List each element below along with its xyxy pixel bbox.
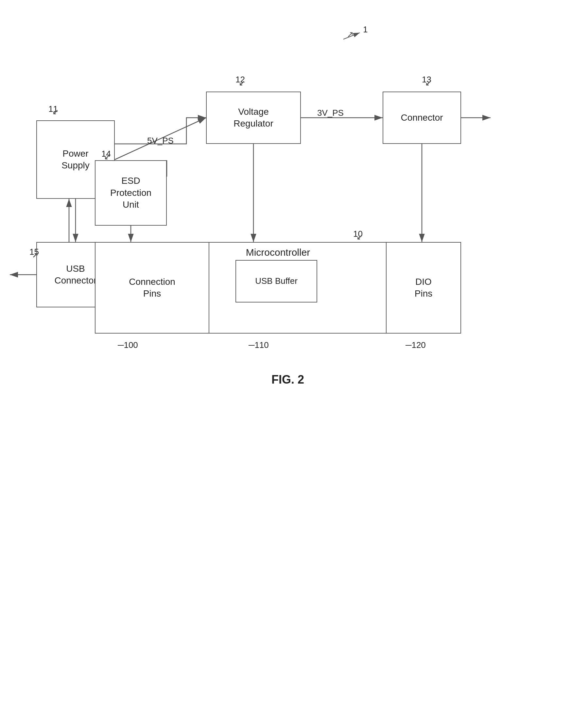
dio-pins-block: DIOPins (386, 242, 461, 334)
ref-110: ─110 (248, 340, 269, 350)
microcontroller-label: Microcontroller (246, 246, 310, 259)
figure-caption: FIG. 2 (255, 373, 320, 387)
usb-connector-label: USBConnector (54, 263, 96, 287)
ref-100: ─100 (118, 340, 138, 350)
ref-1: 1 (363, 25, 367, 35)
connector-label: Connector (401, 112, 443, 124)
esd-block: ESDProtectionUnit (95, 160, 167, 226)
esd-label: ESDProtectionUnit (110, 175, 151, 210)
connector-block: Connector (383, 91, 461, 144)
label-3vps: 3V_PS (317, 108, 344, 118)
voltage-regulator-block: VoltageRegulator (206, 91, 301, 144)
dio-pins-label: DIOPins (415, 276, 432, 300)
voltage-regulator-label: VoltageRegulator (234, 106, 273, 130)
diagram-container: 1 ↗ PowerSupply 11 ↙ VoltageRegulator 12… (0, 0, 588, 706)
label-5vps: 5V_PS (147, 136, 174, 146)
power-supply-label: PowerSupply (62, 148, 90, 172)
connection-pins-block: ConnectionPins (95, 242, 209, 334)
connection-pins-label: ConnectionPins (129, 276, 175, 300)
ref-120: ─120 (405, 340, 426, 350)
usb-buffer-block: USB Buffer (235, 260, 317, 303)
usb-buffer-label: USB Buffer (255, 276, 298, 287)
